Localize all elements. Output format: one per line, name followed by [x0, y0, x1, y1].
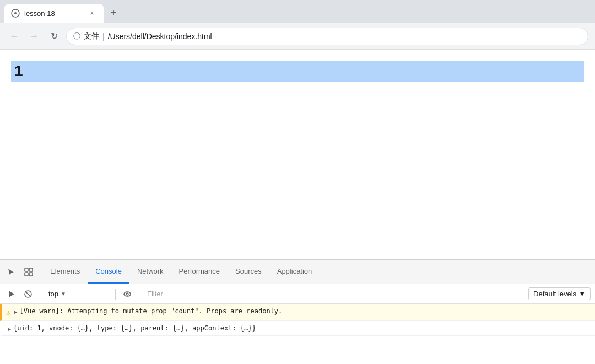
url-path: /Users/dell/Desktop/index.html	[108, 32, 212, 41]
reload-button[interactable]: ↻	[46, 29, 62, 44]
forward-button[interactable]: →	[26, 29, 42, 44]
eye-button[interactable]	[120, 287, 134, 301]
devtools-panel: Elements Console Network Performance Sou…	[0, 259, 595, 364]
play-button[interactable]	[4, 287, 19, 301]
tab-title: lesson 18	[24, 9, 83, 18]
default-levels-arrow: ▼	[578, 290, 586, 298]
cursor-icon-button[interactable]	[2, 263, 20, 281]
tab-elements[interactable]: Elements	[42, 260, 88, 284]
page-content: 1	[0, 50, 595, 259]
svg-rect-3	[29, 268, 33, 271]
svg-point-10	[126, 293, 128, 295]
page-number: 1	[11, 61, 584, 82]
svg-rect-4	[25, 273, 28, 276]
inspect-icon-button[interactable]	[20, 263, 37, 281]
tab-bar: lesson 18 × +	[0, 0, 595, 23]
svg-point-9	[124, 292, 131, 296]
toolbar-separator-1	[40, 289, 40, 300]
tab-network[interactable]: Network	[129, 260, 171, 284]
context-dropdown-arrow: ▼	[61, 291, 66, 297]
tab-favicon	[11, 9, 20, 18]
context-label: top	[48, 290, 58, 298]
url-file-label: 文件	[84, 31, 99, 41]
address-bar: ← → ↻ ⓘ 文件 | /Users/dell/Desktop/index.h…	[0, 23, 595, 50]
new-tab-button[interactable]: +	[106, 5, 121, 20]
console-info-text: {uid: 1, vnode: {…}, type: {…}, parent: …	[13, 323, 591, 333]
default-levels-button[interactable]: Default levels ▼	[528, 287, 591, 300]
context-selector[interactable]: top ▼	[45, 288, 111, 300]
default-levels-label: Default levels	[533, 290, 576, 298]
toolbar-separator-2	[115, 289, 116, 300]
toolbar-separator-3	[139, 289, 139, 300]
tab-sources[interactable]: Sources	[228, 260, 269, 284]
svg-rect-2	[25, 268, 28, 271]
devtools-console: ⚠ ▶ [Vue warn]: Attempting to mutate pro…	[0, 304, 595, 364]
block-button[interactable]	[21, 287, 35, 301]
expand-icon-1[interactable]: ▶	[14, 308, 17, 316]
console-entry-info: ▶ {uid: 1, vnode: {…}, type: {…}, parent…	[0, 321, 595, 336]
back-button[interactable]: ←	[7, 29, 22, 44]
svg-marker-6	[9, 291, 14, 297]
svg-line-8	[26, 291, 31, 296]
url-lock-icon: ⓘ	[73, 31, 80, 41]
url-bar[interactable]: ⓘ 文件 | /Users/dell/Desktop/index.html	[66, 28, 588, 45]
tab-console[interactable]: Console	[88, 260, 129, 284]
tab-application[interactable]: Application	[269, 260, 320, 284]
tab-performance[interactable]: Performance	[171, 260, 228, 284]
warning-icon: ⚠	[6, 307, 10, 318]
expand-icon-2[interactable]: ▶	[8, 325, 11, 333]
browser-frame: lesson 18 × + ← → ↻ ⓘ 文件 | /Users/dell/D…	[0, 0, 595, 364]
svg-rect-5	[29, 273, 33, 276]
console-warning-text: [Vue warn]: Attempting to mutate prop "c…	[19, 306, 591, 316]
tab-close-button[interactable]: ×	[87, 8, 97, 18]
tab-separator	[40, 265, 40, 279]
url-separator: |	[102, 32, 105, 41]
devtools-tabs: Elements Console Network Performance Sou…	[0, 260, 595, 284]
active-tab[interactable]: lesson 18 ×	[4, 4, 104, 23]
svg-point-1	[14, 12, 17, 14]
filter-input[interactable]	[144, 289, 526, 299]
devtools-toolbar: top ▼ Default levels ▼	[0, 284, 595, 304]
console-entry-warning: ⚠ ▶ [Vue warn]: Attempting to mutate pro…	[0, 304, 595, 321]
